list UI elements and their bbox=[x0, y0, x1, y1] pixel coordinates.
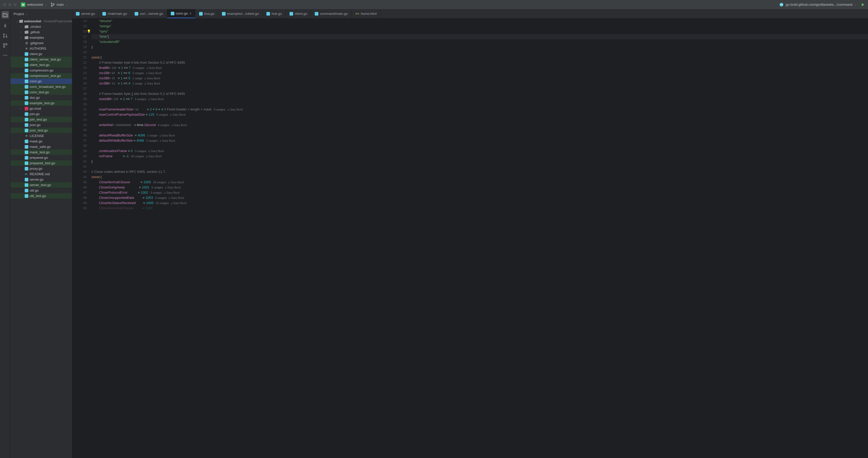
code-content[interactable]: "strconv" "strings"💡 "sync" "time"| "uni… bbox=[91, 19, 868, 458]
project-selector[interactable]: W websocket ⌄ bbox=[21, 2, 46, 7]
tree-item-example_test-go[interactable]: example_test.go bbox=[10, 100, 72, 106]
tree-item-json-go[interactable]: json.go bbox=[10, 122, 72, 128]
more-tools-icon[interactable] bbox=[3, 53, 8, 58]
code-line[interactable]: // Frame header byte 0 bits from Section… bbox=[91, 60, 868, 65]
code-line[interactable] bbox=[91, 102, 868, 107]
code-editor[interactable]: 1415161718192021222324252627282930313233… bbox=[72, 19, 868, 458]
code-line[interactable]: 💡 "sync" bbox=[91, 29, 868, 34]
commit-tool-icon[interactable] bbox=[3, 23, 8, 28]
tree-item-conn-go[interactable]: conn.go bbox=[10, 79, 72, 84]
tree-item-compression-go[interactable]: compression.go bbox=[10, 68, 72, 73]
code-line[interactable]: defaultReadBufferSize = 40961 usageGary … bbox=[91, 133, 868, 138]
close-tab-icon[interactable]: × bbox=[189, 11, 191, 16]
code-line[interactable]: const ( bbox=[91, 55, 868, 60]
project-tool-icon[interactable] bbox=[2, 11, 9, 19]
tree-item-join-go[interactable]: join.go bbox=[10, 111, 72, 117]
tree-item-LICENSE[interactable]: ≡LICENSE bbox=[10, 133, 72, 139]
tree-item-prepared_test-go[interactable]: prepared_test.go bbox=[10, 160, 72, 166]
tab-client-go[interactable]: client.go bbox=[286, 9, 311, 18]
run-config-label[interactable]: go build github.com/gorilla/webs.../comm… bbox=[786, 3, 852, 6]
tree-item--github[interactable]: ›.github bbox=[10, 29, 72, 35]
tree-item-AUTHORS[interactable]: ≡AUTHORS bbox=[10, 46, 72, 51]
maximize-window[interactable] bbox=[13, 3, 17, 6]
tree-item-server_test-go[interactable]: server_test.go bbox=[10, 182, 72, 188]
tree-item-compression_test-go[interactable]: compression_test.go bbox=[10, 73, 72, 79]
tree-item-client-go[interactable]: client.go bbox=[10, 51, 72, 57]
code-line[interactable]: maxFrameHeaderSize= 14 = 2 + 8 + 4 // Fi… bbox=[91, 107, 868, 112]
code-line[interactable]: CloseUnsupportedData = 10032 usagesGary … bbox=[91, 195, 868, 201]
tree-root[interactable]: ⌄ websocket ~/GolandProjects/webs bbox=[10, 19, 72, 24]
tree-item-util_test-go[interactable]: util_test.go bbox=[10, 193, 72, 199]
code-line[interactable]: // Close codes defined in RFC 6455, sect… bbox=[91, 169, 868, 175]
code-line[interactable]: // Frame header byte 1 bits from Section… bbox=[91, 91, 868, 96]
tree-item-label: client_server_test.go bbox=[30, 57, 61, 61]
code-line[interactable]: noFrame = -118 usagesGary Burd bbox=[91, 154, 868, 159]
code-line[interactable] bbox=[91, 50, 868, 55]
tree-item--gitignore[interactable]: ⊘.gitignore bbox=[10, 40, 72, 46]
code-line[interactable] bbox=[91, 128, 868, 133]
code-line[interactable]: CloseProtocolError = 10023 usagesGary Bu… bbox=[91, 190, 868, 195]
code-line[interactable]: finalBit= 128 = 1 << 73 usagesGary Burd bbox=[91, 65, 868, 70]
sidebar-header[interactable]: Project ⌄ bbox=[10, 9, 72, 19]
svg-point-7 bbox=[3, 34, 4, 35]
tree-item--circleci[interactable]: ›.circleci bbox=[10, 24, 72, 29]
tab-examples-----client-go[interactable]: examples/.../client.go bbox=[218, 9, 263, 18]
code-line[interactable]: "time"| bbox=[91, 34, 868, 39]
tree-item-mask-go[interactable]: mask.go bbox=[10, 139, 72, 144]
run-icon[interactable] bbox=[861, 3, 865, 7]
tree-item-proxy-go[interactable]: proxy.go bbox=[10, 166, 72, 171]
code-line[interactable]: rsv3Bit= 16 = 1 << 41 usageGary Burd bbox=[91, 81, 868, 86]
tab-hub-go[interactable]: hub.go bbox=[263, 9, 286, 18]
tree-item-client_test-go[interactable]: client_test.go bbox=[10, 62, 72, 68]
tree-item-mask_test-go[interactable]: mask_test.go bbox=[10, 149, 72, 155]
code-line[interactable]: ) bbox=[91, 44, 868, 50]
tree-item-util-go[interactable]: util.go bbox=[10, 188, 72, 193]
code-line[interactable]: continuationFrame = 03 usagesGary Burd bbox=[91, 148, 868, 154]
minimize-window[interactable] bbox=[8, 3, 11, 6]
tab-itoa-go[interactable]: itoa.go bbox=[195, 9, 218, 18]
vcs-branch-selector[interactable]: main ⌄ bbox=[51, 3, 67, 7]
tree-item-go-mod[interactable]: ›go.mod bbox=[10, 106, 72, 111]
tree-item-conn_test-go[interactable]: conn_test.go bbox=[10, 89, 72, 95]
code-line[interactable]: "unicode/utf8" bbox=[91, 39, 868, 44]
code-line[interactable] bbox=[91, 143, 868, 148]
tab-home-html[interactable]: <>home.html bbox=[352, 9, 380, 18]
code-line[interactable]: CloseNormalClosure = 100018 usagesGary B… bbox=[91, 180, 868, 185]
code-line[interactable] bbox=[91, 117, 868, 122]
code-line[interactable]: maskBit= 128 = 1 << 73 usagesGary Burd bbox=[91, 96, 868, 102]
code-line[interactable] bbox=[91, 164, 868, 169]
code-line[interactable]: rsv1Bit= 64 = 1 << 62 usagesGary Burd bbox=[91, 70, 868, 75]
structure-tool-icon[interactable] bbox=[3, 43, 8, 48]
code-line[interactable]: defaultWriteBufferSize = 40962 usagesGar… bbox=[91, 138, 868, 143]
tree-item-doc-go[interactable]: doc.go bbox=[10, 95, 72, 100]
code-line[interactable]: "strconv" bbox=[91, 19, 868, 24]
code-line[interactable]: "strings" bbox=[91, 24, 868, 29]
code-line[interactable]: writeWait= 1000000000 = time.Second4 usa… bbox=[91, 122, 868, 128]
code-line[interactable]: CloseAbnormalClosure = 1006 bbox=[91, 206, 868, 211]
tree-item-examples[interactable]: ›examples bbox=[10, 35, 72, 40]
tree-item-join_test-go[interactable]: join_test.go bbox=[10, 117, 72, 122]
close-window[interactable] bbox=[3, 3, 6, 6]
tab-conn-go[interactable]: conn.go× bbox=[167, 9, 195, 18]
tree-item-server-go[interactable]: server.go bbox=[10, 177, 72, 182]
tree-item-prepared-go[interactable]: prepared.go bbox=[10, 155, 72, 160]
code-line[interactable]: CloseNoStatusReceived = 100510 usagesGar… bbox=[91, 201, 868, 206]
tree-item-json_test-go[interactable]: json_test.go bbox=[10, 128, 72, 133]
tree-item-mask_safe-go[interactable]: mask_safe.go bbox=[10, 144, 72, 149]
tree-item-label: conn_broadcast_test.go bbox=[30, 85, 66, 89]
code-line[interactable]: const ( bbox=[91, 175, 868, 180]
code-line[interactable]: CloseGoingAway = 10015 usagesGary Burd bbox=[91, 185, 868, 190]
code-line[interactable]: ) bbox=[91, 159, 868, 164]
code-line[interactable] bbox=[91, 86, 868, 91]
code-line[interactable]: rsv2Bit= 32 = 1 << 51 usageGary Burd bbox=[91, 75, 868, 81]
pull-requests-icon[interactable] bbox=[3, 33, 8, 38]
tab-usr-----server-go[interactable]: usr/.../server.go bbox=[131, 9, 167, 18]
tree-item-README-md[interactable]: M↓README.md bbox=[10, 171, 72, 177]
tab-command-main-go[interactable]: command/main.go bbox=[311, 9, 352, 18]
tab-chat-main-go[interactable]: chat/main.go bbox=[99, 9, 131, 18]
tree-item-conn_broadcast_test-go[interactable]: conn_broadcast_test.go bbox=[10, 84, 72, 89]
tab-server-go[interactable]: server.go bbox=[72, 9, 99, 18]
code-line[interactable]: maxControlFramePayloadSize = 1258 usages… bbox=[91, 112, 868, 117]
tree-item-client_server_test-go[interactable]: client_server_test.go bbox=[10, 57, 72, 62]
intention-bulb-icon[interactable]: 💡 bbox=[87, 29, 91, 34]
